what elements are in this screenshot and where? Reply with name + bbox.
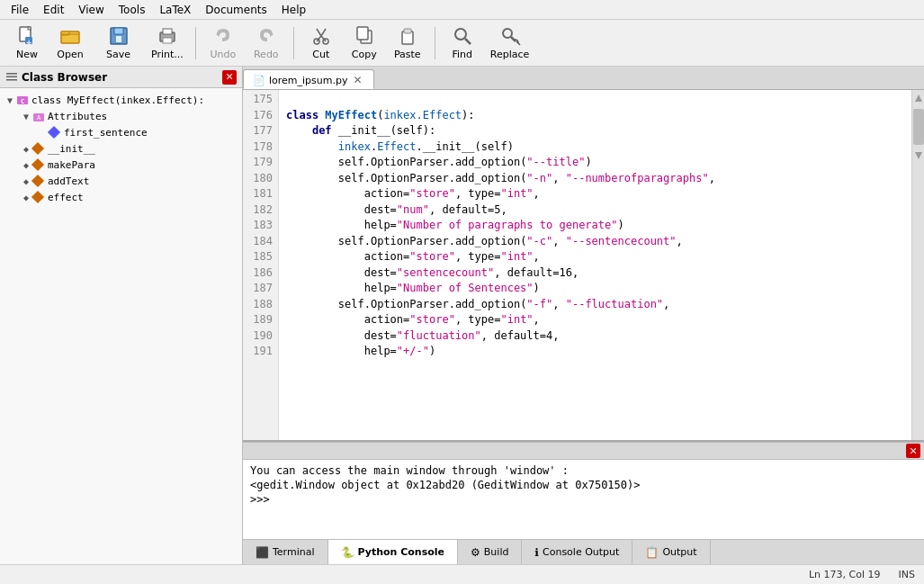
svg-rect-29 (6, 73, 17, 75)
class-browser-label: Class Browser (22, 71, 107, 84)
redo-icon (256, 25, 277, 47)
tree-arrow-makepara: ◆ (20, 160, 32, 170)
tree-item-first-sentence[interactable]: first_sentence (0, 124, 242, 140)
svg-line-25 (465, 39, 471, 44)
tree-item-init[interactable]: ◆ __init__ (0, 140, 242, 157)
new-button[interactable]: + New (7, 23, 47, 63)
copy-button[interactable]: Copy (345, 23, 384, 63)
replace-label: Replace (490, 49, 530, 60)
svg-line-19 (321, 29, 326, 36)
tree-item-addtext[interactable]: ◆ addText (0, 173, 242, 189)
open-icon (59, 25, 81, 47)
svg-rect-31 (6, 79, 17, 81)
new-label: New (16, 49, 38, 60)
menu-edit[interactable]: Edit (36, 2, 71, 18)
build-tab[interactable]: ⚙ Build (458, 540, 522, 564)
menu-help[interactable]: Help (274, 2, 313, 18)
console-close-button[interactable]: ✕ (906, 444, 920, 458)
editor-area: 📄 lorem_ipsum.py ✕ 175 176 177 178 179 1… (243, 67, 924, 564)
undo-icon (212, 25, 234, 47)
tree-item-attributes[interactable]: ▼ A Attributes (0, 108, 242, 124)
svg-rect-23 (404, 29, 411, 33)
method-makepara-icon (32, 158, 45, 171)
menu-latex[interactable]: LaTeX (152, 2, 198, 18)
tree-addtext-label: addText (48, 175, 89, 187)
scrollbar-up-arrow[interactable] (912, 90, 924, 108)
paste-button[interactable]: Paste (388, 23, 427, 63)
scrollbar-down-arrow[interactable] (912, 146, 924, 164)
output-icon: 📋 (645, 546, 659, 559)
svg-rect-1 (28, 27, 31, 30)
find-icon (452, 25, 473, 47)
console-panel: ✕ You can access the main window through… (243, 440, 924, 539)
build-label: Build (484, 546, 509, 558)
scrollbar-thumb[interactable] (913, 109, 924, 145)
tree-arrow-addtext: ◆ (20, 176, 32, 186)
cursor-position: Ln 173, Col 19 (809, 569, 881, 580)
svg-point-24 (455, 29, 466, 40)
line-numbers: 175 176 177 178 179 180 181 182 183 184 … (243, 90, 279, 440)
editor-tab-lorem-ipsum[interactable]: 📄 lorem_ipsum.py ✕ (243, 69, 374, 89)
build-icon: ⚙ (471, 546, 480, 559)
paste-icon (397, 25, 418, 47)
toolbar: + New Open Save Print... Undo Redo (0, 20, 924, 67)
code-editor[interactable]: 175 176 177 178 179 180 181 182 183 184 … (243, 90, 911, 440)
list-icon (5, 71, 18, 84)
print-icon (157, 25, 178, 47)
output-label: Output (662, 546, 696, 558)
svg-text:C: C (21, 98, 24, 105)
svg-marker-36 (915, 94, 922, 102)
tree-effect-label: effect (48, 192, 84, 203)
class-browser-title: Class Browser (5, 71, 107, 84)
undo-button[interactable]: Undo (203, 23, 243, 63)
undo-label: Undo (210, 49, 236, 60)
tree-arrow-effect: ◆ (20, 193, 32, 202)
find-button[interactable]: Find (443, 23, 482, 63)
svg-marker-37 (915, 152, 922, 159)
method-addtext-icon (32, 175, 45, 187)
svg-text:+: + (26, 39, 32, 47)
class-browser: Class Browser ✕ ▼ C class MyEffect(inkex… (0, 67, 243, 564)
terminal-tab[interactable]: ⬛ Terminal (243, 540, 328, 564)
tree-arrow-attrs: ▼ (20, 112, 32, 121)
info-icon: ℹ (534, 546, 539, 559)
console-panel-header: ✕ (243, 442, 924, 460)
svg-rect-10 (163, 29, 172, 34)
print-label: Print... (151, 49, 184, 60)
vertical-scrollbar[interactable] (911, 90, 924, 440)
save-icon (108, 25, 130, 47)
tab-close-button[interactable]: ✕ (352, 74, 364, 86)
save-button[interactable]: Save (94, 23, 143, 63)
method-init-icon (32, 142, 45, 155)
main-area: Class Browser ✕ ▼ C class MyEffect(inkex… (0, 67, 924, 564)
tab-bar: 📄 lorem_ipsum.py ✕ (243, 67, 924, 90)
attr-icon (49, 126, 61, 139)
console-output[interactable]: You can access the main window through '… (243, 460, 924, 539)
bottom-tabs: ⬛ Terminal 🐍 Python Console ⚙ Build ℹ Co… (243, 539, 924, 564)
menu-tools[interactable]: Tools (112, 2, 153, 18)
menu-view[interactable]: View (71, 2, 111, 18)
print-button[interactable]: Print... (147, 23, 188, 63)
svg-rect-8 (116, 36, 121, 42)
svg-rect-7 (114, 28, 123, 34)
console-output-label: Console Output (543, 546, 619, 558)
cut-button[interactable]: Cut (301, 23, 341, 63)
console-output-tab[interactable]: ℹ Console Output (522, 540, 632, 564)
redo-button[interactable]: Redo (247, 23, 286, 63)
svg-rect-21 (357, 27, 368, 40)
python-console-tab[interactable]: 🐍 Python Console (328, 540, 459, 564)
code-content[interactable]: class MyEffect(inkex.Effect): def __init… (279, 90, 911, 440)
edit-mode: INS (899, 569, 915, 580)
menu-documents[interactable]: Documents (198, 2, 274, 18)
svg-rect-30 (6, 76, 17, 77)
open-button[interactable]: Open (50, 23, 90, 63)
tree-item-effect[interactable]: ◆ effect (0, 189, 242, 205)
copy-label: Copy (352, 49, 377, 60)
console-text: You can access the main window through '… (250, 464, 640, 506)
menu-file[interactable]: File (4, 2, 36, 18)
tree-item-class[interactable]: ▼ C class MyEffect(inkex.Effect): (0, 92, 242, 108)
output-tab[interactable]: 📋 Output (632, 540, 710, 564)
tree-item-makepara[interactable]: ◆ makePara (0, 157, 242, 173)
class-browser-close-button[interactable]: ✕ (222, 70, 237, 85)
replace-button[interactable]: Replace (486, 23, 534, 63)
